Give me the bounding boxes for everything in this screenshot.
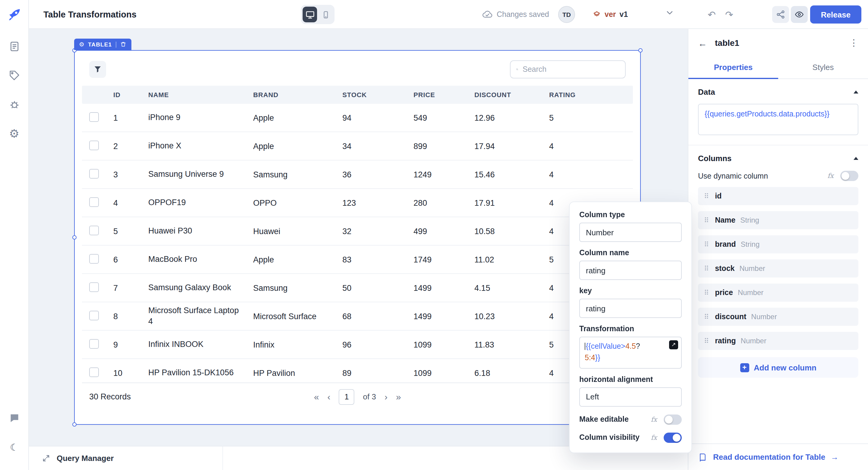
table-row[interactable]: 2 iPhone X Apple 34 899 17.94 4 [82,132,633,160]
release-button[interactable]: Release [810,5,861,24]
drag-handle-icon[interactable]: ⠿ [704,216,709,224]
row-checkbox[interactable] [89,311,99,320]
resize-handle[interactable] [72,422,76,427]
resize-handle[interactable] [638,48,643,53]
column-item-discount[interactable]: ⠿ discount Number [698,308,858,326]
pages-icon[interactable] [4,37,24,56]
read-docs-link[interactable]: Read documentation for Table → [688,443,868,470]
table-row[interactable]: 1 iPhone 9 Apple 94 549 12.96 5 [82,104,633,132]
widget-config-gear-icon[interactable]: ⚙ [79,41,84,47]
table-row[interactable]: 3 Samsung Universe 9 Samsung 36 1249 15.… [82,160,633,189]
column-header-brand[interactable]: BRAND [248,91,338,98]
row-checkbox[interactable] [89,197,99,207]
columns-section-header[interactable]: Columns [698,154,858,163]
column-item-name[interactable]: ⠿ Name String [698,211,858,229]
tab-properties[interactable]: Properties [688,57,778,79]
column-item-stock[interactable]: ⠿ stock Number [698,259,858,277]
back-button[interactable]: ← [698,38,707,48]
settings-icon[interactable]: ⚙ [4,124,24,143]
column-visibility-toggle[interactable] [664,433,682,443]
datasources-icon[interactable] [4,66,24,85]
column-header-price[interactable]: PRICE [409,91,470,98]
transformation-code-editor[interactable]: ↗ {{cellValue>4.5? 5:4}} [579,337,682,369]
last-page-button[interactable]: » [396,391,401,402]
column-header-id[interactable]: ID [108,91,144,98]
drag-handle-icon[interactable]: ⠿ [704,192,709,200]
prev-page-button[interactable]: ‹ [327,391,330,402]
data-code-editor[interactable]: {{queries.getProducts.data.products}} [698,104,858,135]
column-header-discount[interactable]: DISCOUNT [470,91,544,98]
column-item-price[interactable]: ⠿ price Number [698,284,858,302]
preview-eye-button[interactable] [791,6,808,23]
data-section-header[interactable]: Data [698,87,858,96]
drag-handle-icon[interactable]: ⠿ [704,240,709,248]
tab-styles[interactable]: Styles [778,57,868,79]
table-row[interactable]: 6 MacBook Pro Apple 83 1749 11.02 5 [82,245,633,274]
table-widget[interactable]: ⚙ TABLE1 [75,51,640,424]
drag-handle-icon[interactable]: ⠿ [704,337,709,345]
table-row[interactable]: 9 Infinix INBOOK Infinix 96 1099 11.83 5 [82,331,633,359]
column-item-rating[interactable]: ⠿ rating Number [698,332,858,350]
key-input[interactable]: rating [579,299,682,318]
column-name-input[interactable]: rating [579,261,682,280]
make-editable-toggle[interactable] [664,414,682,425]
app-logo [6,7,22,22]
column-item-brand[interactable]: ⠿ brand String [698,235,858,254]
filter-button[interactable] [89,61,106,78]
row-checkbox[interactable] [89,112,99,122]
chevron-down-icon[interactable] [665,8,674,17]
table-row[interactable]: 5 Huawei P30 Huawei 32 499 10.58 4 [82,217,633,245]
kebab-menu-icon[interactable]: ⋮ [849,37,858,48]
dynamic-column-toggle[interactable] [840,171,858,181]
page-input[interactable] [339,389,354,405]
cell-id: 6 [108,255,144,264]
column-item-id[interactable]: ⠿ id [698,187,858,205]
debugger-icon[interactable] [4,95,24,114]
table-row[interactable]: 10 HP Pavilion 15-DK1056 HP Pavilion 89 … [82,359,633,383]
cell-stock: 83 [338,255,409,264]
add-new-column-button[interactable]: + Add new column [698,357,858,378]
widget-delete-trash-icon[interactable] [120,41,126,48]
fx-toggle-column-visibility[interactable]: fx [651,434,657,442]
drag-handle-icon[interactable]: ⠿ [704,313,709,321]
column-header-name[interactable]: NAME [144,91,248,98]
row-checkbox[interactable] [89,169,99,178]
query-manager-toggle[interactable]: Query Manager [29,446,223,470]
next-page-button[interactable]: › [384,391,388,402]
fx-toggle-dynamic-column[interactable]: fx [827,172,834,180]
cell-discount: 15.46 [470,170,544,179]
table-row[interactable]: 8 Microsoft Surface Laptop 4 Microsoft S… [82,302,633,331]
row-checkbox[interactable] [89,368,99,377]
share-button[interactable] [772,6,789,23]
mobile-view-button[interactable] [318,7,333,22]
column-header-rating[interactable]: RATING [544,91,633,98]
cell-id: 10 [108,369,144,378]
pagination: « ‹ of 3 › » [314,383,401,410]
avatar[interactable]: TD [558,6,575,23]
drag-handle-icon[interactable]: ⠿ [704,265,709,272]
undo-button[interactable]: ↶ [708,0,716,29]
row-checkbox[interactable] [89,225,99,235]
cell-brand: Apple [248,142,338,150]
fx-toggle-make-editable[interactable]: fx [651,416,657,423]
cell-price: 280 [409,198,470,207]
alignment-select[interactable]: Left [579,387,682,407]
row-checkbox[interactable] [89,140,99,150]
version-selector[interactable]: ver v1 [592,0,628,29]
row-checkbox[interactable] [89,282,99,292]
expand-code-icon[interactable]: ↗ [669,340,678,349]
theme-moon-icon[interactable]: ☾ [4,437,24,457]
first-page-button[interactable]: « [314,391,319,402]
redo-button[interactable]: ↷ [725,0,733,29]
column-type-select[interactable]: Number [579,223,682,242]
column-header-stock[interactable]: STOCK [338,91,409,98]
search-input[interactable] [523,65,620,74]
table-row[interactable]: 7 Samsung Galaxy Book Samsung 50 1499 4.… [82,274,633,302]
drag-handle-icon[interactable]: ⠿ [704,289,709,297]
row-checkbox[interactable] [89,254,99,263]
table-row[interactable]: 4 OPPOF19 OPPO 123 280 17.91 4 [82,189,633,217]
resize-handle[interactable] [72,235,76,239]
desktop-view-button[interactable] [303,7,317,22]
row-checkbox[interactable] [89,339,99,349]
help-chat-icon[interactable] [4,408,24,428]
